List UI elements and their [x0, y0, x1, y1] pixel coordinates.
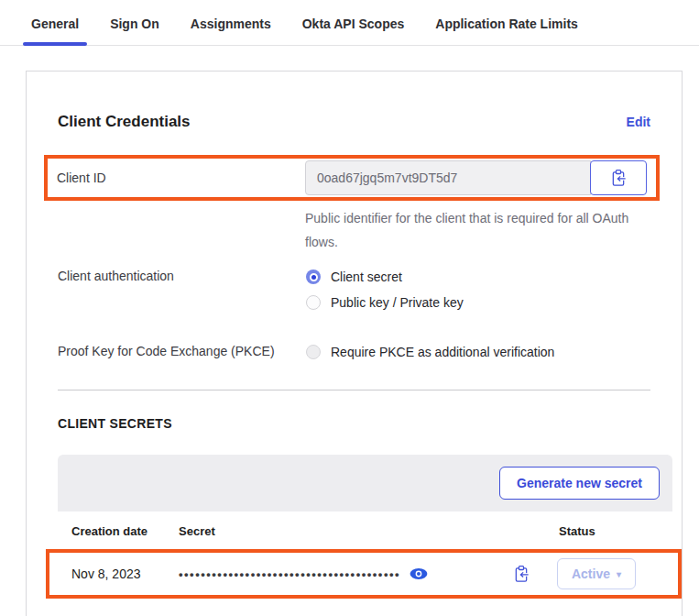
tab-sign-on[interactable]: Sign On [110, 16, 159, 45]
secrets-table-header: Creation date Secret Status [58, 512, 672, 549]
status-dropdown-button[interactable]: Active ▾ [557, 558, 636, 589]
checkbox-unchecked-icon[interactable] [306, 345, 321, 359]
card-title: Client Credentials [58, 113, 191, 131]
radio-option-label: Client secret [331, 270, 402, 284]
secret-status-cell: Active ▾ [557, 558, 671, 589]
chevron-down-icon: ▾ [617, 569, 621, 579]
card-header: Client Credentials Edit [58, 113, 650, 131]
client-authentication-label: Client authentication [58, 267, 306, 318]
pkce-row: Proof Key for Code Exchange (PKCE) Requi… [58, 342, 650, 368]
radio-selected-icon[interactable] [306, 270, 321, 284]
client-id-input-group [305, 160, 647, 195]
tab-assignments[interactable]: Assignments [191, 16, 271, 45]
copy-secret-button[interactable] [513, 565, 530, 583]
tab-okta-api-scopes[interactable]: Okta API Scopes [302, 16, 405, 45]
client-id-help-text: Public identifier for the client that is… [305, 206, 650, 254]
app-tab-bar: General Sign On Assignments Okta API Sco… [0, 0, 699, 46]
pkce-option[interactable]: Require PKCE as additional verification [306, 342, 554, 362]
client-id-input[interactable] [305, 160, 591, 195]
edit-link[interactable]: Edit [627, 115, 650, 129]
radio-unselected-icon[interactable] [306, 295, 321, 310]
generate-new-secret-button[interactable]: Generate new secret [499, 467, 660, 500]
reveal-secret-button[interactable] [410, 567, 428, 580]
secret-creation-date: Nov 8, 2023 [60, 566, 179, 581]
status-label: Active [572, 566, 610, 581]
tab-general[interactable]: General [31, 16, 79, 45]
radio-option-public-private-key[interactable]: Public key / Private key [306, 292, 464, 313]
secret-table-row: Nov 8, 2023 ••••••••••••••••••••••••••••… [46, 549, 682, 599]
client-id-help-row: Public identifier for the client that is… [58, 206, 650, 254]
radio-option-client-secret[interactable]: Client secret [306, 267, 464, 287]
pkce-label: Proof Key for Code Exchange (PKCE) [58, 342, 306, 368]
clipboard-copy-icon [513, 565, 530, 583]
clipboard-copy-icon [610, 169, 627, 187]
client-id-highlight-box: Client ID [44, 155, 660, 201]
masked-secret-value: •••••••••••••••••••••••••••••••••••••••• [179, 567, 400, 581]
client-authentication-row: Client authentication Client secret Publ… [58, 267, 650, 318]
client-id-label: Client ID [57, 170, 305, 185]
radio-option-label: Public key / Private key [331, 295, 464, 310]
column-header-status: Status [559, 524, 672, 538]
client-authentication-options: Client secret Public key / Private key [306, 267, 464, 318]
column-header-secret: Secret [179, 524, 559, 538]
section-divider [58, 390, 650, 390]
pkce-option-label: Require PKCE as additional verification [331, 345, 554, 359]
column-header-creation-date: Creation date [71, 524, 179, 538]
eye-icon [410, 567, 428, 580]
client-secrets-title: CLIENT SECRETS [58, 416, 672, 431]
client-secrets-section: CLIENT SECRETS Generate new secret Creat… [58, 416, 672, 599]
secrets-table-toolbar: Generate new secret [58, 455, 672, 512]
client-credentials-card: Client Credentials Edit Client ID Public… [26, 71, 683, 616]
copy-client-id-button[interactable] [590, 160, 647, 195]
tab-application-rate-limits[interactable]: Application Rate Limits [435, 16, 578, 45]
secret-value-cell: •••••••••••••••••••••••••••••••••••••••• [179, 567, 508, 581]
